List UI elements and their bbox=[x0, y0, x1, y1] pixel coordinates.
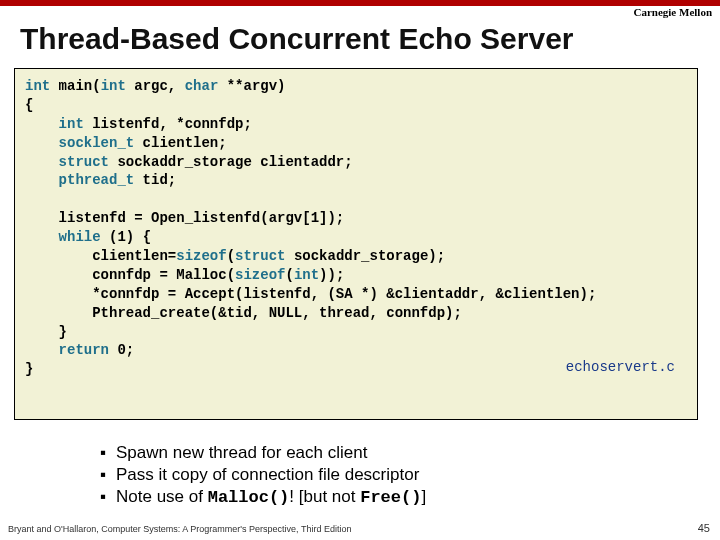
code-text: return bbox=[25, 342, 109, 358]
code-text: int bbox=[25, 78, 50, 94]
code-text: int bbox=[294, 267, 319, 283]
code-text: listenfd, *connfdp; bbox=[84, 116, 252, 132]
page-number: 45 bbox=[698, 522, 710, 534]
code-text: } bbox=[25, 361, 33, 377]
code-text: clientlen; bbox=[134, 135, 226, 151]
code-text: sockaddr_storage clientaddr; bbox=[109, 154, 353, 170]
bullet-code: Malloc() bbox=[208, 488, 290, 507]
code-text: clientlen= bbox=[25, 248, 176, 264]
bullet-text: ! [but not bbox=[289, 487, 360, 506]
list-item: Spawn new thread for each client bbox=[100, 443, 426, 463]
slide-title: Thread-Based Concurrent Echo Server bbox=[20, 22, 574, 56]
list-item: Note use of Malloc()! [but not Free()] bbox=[100, 487, 426, 507]
code-text: pthread_t bbox=[25, 172, 134, 188]
code-text: struct bbox=[25, 154, 109, 170]
code-text: )); bbox=[319, 267, 344, 283]
code-text: Pthread_create(&tid, NULL, thread, connf… bbox=[25, 305, 462, 321]
org-label: Carnegie Mellon bbox=[633, 6, 712, 18]
bullet-code: Free() bbox=[360, 488, 421, 507]
code-text: connfdp = Malloc( bbox=[25, 267, 235, 283]
list-item: Pass it copy of connection file descript… bbox=[100, 465, 426, 485]
code-text: sizeof bbox=[176, 248, 226, 264]
code-text: int bbox=[101, 78, 126, 94]
code-text: *connfdp = Accept(listenfd, (SA *) &clie… bbox=[25, 286, 596, 302]
code-text: listenfd = Open_listenfd(argv[1]); bbox=[25, 210, 344, 226]
code-text: { bbox=[25, 97, 33, 113]
code-text: struct bbox=[235, 248, 285, 264]
code-text: while bbox=[25, 229, 101, 245]
bullet-list: Spawn new thread for each client Pass it… bbox=[60, 441, 426, 509]
code-text: int bbox=[25, 116, 84, 132]
code-text: 0; bbox=[109, 342, 134, 358]
code-block: int main(int argc, char **argv) { int li… bbox=[14, 68, 698, 420]
code-text: sizeof bbox=[235, 267, 285, 283]
code-text: ( bbox=[285, 267, 293, 283]
footer-text: Bryant and O'Hallaron, Computer Systems:… bbox=[8, 524, 351, 534]
code-text: main( bbox=[50, 78, 100, 94]
code-text: **argv) bbox=[218, 78, 285, 94]
bullet-text: Note use of bbox=[116, 487, 208, 506]
code-text: ( bbox=[227, 248, 235, 264]
code-text: (1) { bbox=[101, 229, 151, 245]
code-text: sockaddr_storage); bbox=[285, 248, 445, 264]
code-text: socklen_t bbox=[25, 135, 134, 151]
code-text: argc, bbox=[126, 78, 185, 94]
bullet-text: ] bbox=[421, 487, 426, 506]
code-text: char bbox=[185, 78, 219, 94]
accent-bar bbox=[0, 0, 720, 6]
code-text: tid; bbox=[134, 172, 176, 188]
source-filename: echoservert.c bbox=[566, 358, 675, 377]
code-text: } bbox=[25, 324, 67, 340]
